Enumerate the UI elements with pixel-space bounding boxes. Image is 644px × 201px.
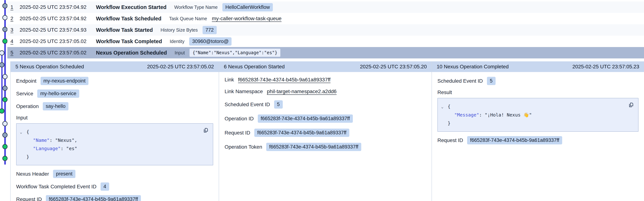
json-open-brace: {: [26, 128, 29, 136]
timeline-event-dot[interactable]: [2, 144, 8, 149]
event-title: Workflow Task Scheduled: [96, 16, 162, 22]
event-time: 2025-02-25 UTC 23:57:05.02: [20, 50, 93, 56]
timeline-event-dot[interactable]: [2, 74, 8, 79]
field-label: Result: [438, 89, 638, 95]
panel-title: 6 Nexus Operation Started: [224, 64, 285, 70]
json-value: : "¡Hola! Nexus 👋": [479, 111, 532, 119]
field-wft-completed-event-id: Workflow Task Completed Event ID 4: [16, 182, 213, 191]
timeline-line: [1, 53, 2, 111]
field-label: Workflow Task Completed Event ID: [16, 184, 96, 189]
field-label: Nexus Header: [16, 171, 49, 177]
event-time: 2025-02-25 UTC 23:57:05.02: [20, 38, 93, 44]
link-namespace-link[interactable]: phil-target-namespace2.a2dd6: [267, 89, 337, 94]
event-attr-label: History Size Bytes: [160, 27, 198, 33]
event-time: 2025-02-25 UTC 23:57:04.93: [20, 27, 93, 33]
json-key: "Language": [33, 144, 61, 153]
panel-timestamp: 2025-02-25 UTC 23:57:05.20: [360, 64, 427, 70]
timeline-line: [4, 0, 6, 165]
event-attr-value-badge: 772: [202, 26, 217, 34]
field-label: Link: [224, 77, 234, 83]
event-id-link[interactable]: 5: [10, 50, 17, 56]
copy-icon: [628, 102, 634, 108]
timeline-event-dot[interactable]: [0, 50, 4, 56]
field-value-badge: 5: [487, 77, 496, 85]
field-value-badge: f665283f-743e-4374-b45b-9a61a89337ff: [46, 195, 141, 201]
json-close-brace: }: [26, 153, 29, 161]
timeline-event-dot[interactable]: [2, 132, 8, 138]
event-id-link[interactable]: 4: [10, 38, 17, 44]
field-scheduled-event-id: Scheduled Event ID 5: [438, 77, 638, 85]
field-scheduled-event-id: Scheduled Event ID 5: [224, 100, 426, 109]
copy-button[interactable]: [202, 127, 210, 134]
event-attr-label: Identity: [170, 39, 184, 44]
field-result-json: Result ⌄ { "Message": "¡Hola! Nexus: [438, 89, 638, 132]
event-id-link[interactable]: 3: [10, 27, 17, 33]
copy-button[interactable]: [628, 101, 635, 109]
timeline-event-dot[interactable]: [2, 97, 8, 102]
link-value[interactable]: f665283f-743e-4374-b45b-9a61a89337ff: [238, 77, 330, 83]
field-link: Link f665283f-743e-4374-b45b-9a61a89337f…: [224, 77, 426, 83]
field-label: Scheduled Event ID: [224, 102, 270, 107]
event-attr-label: Task Queue Name: [169, 16, 207, 21]
event-id-link[interactable]: 2: [10, 16, 17, 22]
event-title: Workflow Task Completed: [96, 38, 162, 45]
field-value-badge: f665283f-743e-4374-b45b-9a61a89337ff: [254, 129, 349, 137]
panel-nexus-operation-started: 6 Nexus Operation Started 2025-02-25 UTC…: [219, 61, 432, 201]
field-value-badge: my-hello-service: [37, 89, 79, 98]
timeline-event-dot[interactable]: [0, 62, 4, 67]
field-label: Scheduled Event ID: [438, 78, 483, 84]
field-endpoint: Endpoint my-nexus-endpoint: [16, 77, 213, 85]
timeline-event-dot[interactable]: [2, 15, 8, 20]
field-request-id: Request ID f665283f-743e-4374-b45b-9a61a…: [16, 195, 213, 201]
timeline-event-dot[interactable]: [2, 121, 8, 126]
event-title: Workflow Task Started: [96, 27, 153, 33]
panel-title: 10 Nexus Operation Completed: [437, 64, 508, 70]
field-operation-token: Operation Token f665283f-743e-4374-b45b-…: [224, 143, 426, 151]
timeline-event-dot[interactable]: [0, 108, 4, 114]
event-row-1[interactable]: 1 2025-02-25 UTC 23:57:04.92 Workflow Ex…: [7, 2, 644, 13]
json-open-brace: {: [448, 102, 450, 111]
timeline-event-dot[interactable]: [2, 3, 8, 9]
field-operation: Operation say-hello: [16, 102, 213, 110]
json-viewer: ⌄ { "Message": "¡Hola! Nexus 👋" }: [438, 98, 638, 132]
event-row-3[interactable]: 3 2025-02-25 UTC 23:57:04.93 Workflow Ta…: [7, 24, 644, 36]
event-attr-value-badge: HelloCallerWorkflow: [222, 3, 273, 12]
field-nexus-header: Nexus Header present: [16, 170, 213, 178]
field-request-id: Request ID f665283f-743e-4374-b45b-9a61a…: [438, 136, 638, 144]
panel-header: 10 Nexus Operation Completed 2025-02-25 …: [432, 61, 644, 72]
timeline-event-dot[interactable]: [2, 156, 8, 161]
json-key: "Message": [454, 111, 479, 119]
task-queue-link[interactable]: my-caller-workflow-task-queue: [212, 16, 282, 21]
timeline-event-dot[interactable]: [2, 86, 8, 91]
collapse-chevron-icon[interactable]: ⌄: [441, 103, 448, 111]
field-label: Request ID: [16, 196, 42, 201]
json-viewer: ⌄ { "Name": "Nexus", "Language": "es" }: [16, 123, 213, 165]
field-label: Endpoint: [16, 78, 36, 84]
event-title: Nexus Operation Scheduled: [96, 50, 167, 56]
collapse-chevron-icon[interactable]: ⌄: [20, 128, 26, 136]
json-value: : "es": [61, 144, 77, 153]
field-value-badge: say-hello: [43, 102, 68, 110]
json-close-brace: }: [448, 119, 450, 127]
event-detail-panels: 5 Nexus Operation Scheduled 2025-02-25 U…: [10, 61, 644, 201]
copy-icon: [203, 127, 209, 133]
panel-timestamp: 2025-02-25 UTC 23:57:05.02: [147, 64, 214, 70]
event-row-4[interactable]: 4 2025-02-25 UTC 23:57:05.02 Workflow Ta…: [7, 36, 644, 47]
field-label: Operation: [16, 103, 39, 109]
field-value-badge: 5: [274, 100, 283, 109]
field-label: Request ID: [224, 130, 250, 136]
event-title: Workflow Execution Started: [96, 4, 166, 10]
event-row-5-selected[interactable]: 5 2025-02-25 UTC 23:57:05.02 Nexus Opera…: [7, 47, 644, 58]
event-id-link[interactable]: 1: [10, 4, 17, 10]
field-service: Service my-hello-service: [16, 89, 213, 98]
panel-nexus-operation-scheduled: 5 Nexus Operation Scheduled 2025-02-25 U…: [10, 61, 219, 201]
panel-title: 5 Nexus Operation Scheduled: [16, 64, 84, 70]
event-row-2[interactable]: 2 2025-02-25 UTC 23:57:04.92 Workflow Ta…: [7, 13, 644, 24]
field-value-badge: f665283f-743e-4374-b45b-9a61a89337ff: [258, 114, 353, 123]
field-value-badge: 4: [100, 182, 109, 191]
panel-body: Endpoint my-nexus-endpoint Service my-he…: [11, 72, 219, 201]
event-rows: 1 2025-02-25 UTC 23:57:04.92 Workflow Ex…: [7, 2, 644, 58]
timeline-event-dot[interactable]: [2, 39, 8, 44]
timeline-event-dot[interactable]: [2, 27, 8, 32]
field-label: Input: [16, 115, 213, 121]
